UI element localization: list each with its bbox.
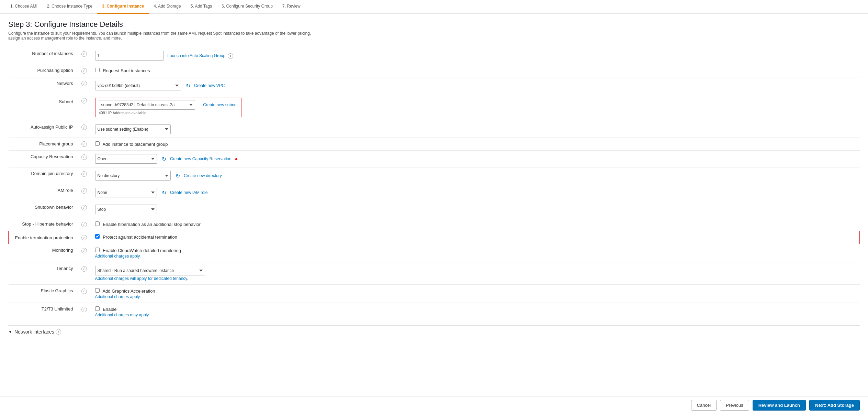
auto-assign-ip-label: Auto-assign Public IP [9,121,77,138]
capacity-reservation-label: Capacity Reservation [9,151,77,167]
number-of-instances-input[interactable] [95,51,164,61]
network-select[interactable]: vpc-d010d9bb (default) [95,81,181,90]
iam-role-select[interactable]: None [95,188,157,197]
domain-join-label: Domain join directory [9,167,77,184]
subnet-select[interactable]: subnet-b97283d2 | Default in us-east-2a [99,100,195,110]
network-interfaces-chevron: ▼ [8,329,12,334]
auto-assign-ip-select[interactable]: Use subnet setting (Enable) [95,124,171,134]
nav-step-add-storage[interactable]: 4. Add Storage [149,0,185,14]
page-description: Configure the instance to suit your requ… [8,31,317,41]
subnet-ip-note: 4091 IP Addresses available [99,111,238,115]
create-directory-link[interactable]: Create new directory [184,173,222,178]
subnet-info[interactable]: i [81,98,87,104]
create-iam-role-link[interactable]: Create new IAM role [170,190,207,195]
elastic-graphics-checkbox[interactable] [95,288,100,293]
auto-assign-ip-info[interactable]: i [81,124,87,130]
nav-step-choose-ami[interactable]: 1. Choose AMI [5,0,42,14]
launch-auto-scaling-link[interactable]: Launch into Auto Scaling Group [167,53,225,58]
create-capacity-reservation-link[interactable]: Create new Capacity Reservation [170,156,232,161]
elastic-graphics-info[interactable]: i [81,288,87,294]
network-interfaces-section[interactable]: ▼ Network interfaces i [8,325,860,338]
stop-hibernate-label: Stop - Hibernate behavior [9,218,77,231]
network-refresh-icon[interactable]: ↻ [184,82,191,89]
domain-join-row: Domain join directory i No directory ↻ C… [9,167,860,184]
network-interfaces-label: Network interfaces [14,329,54,335]
placement-group-checkbox-label[interactable]: Add instance to placement group [95,142,168,147]
create-subnet-link[interactable]: Create new subnet [203,102,238,107]
purchasing-option-checkbox-label[interactable]: Request Spot instances [95,68,150,73]
iam-role-value-cell: None ↻ Create new IAM role [91,184,860,201]
capacity-reservation-select[interactable]: Open [95,154,157,164]
t2t3-charges-link[interactable]: Additional charges may apply [95,313,856,317]
monitoring-charges-link[interactable]: Additional charges apply. [95,254,856,259]
shutdown-behavior-info[interactable]: i [81,205,87,210]
monitoring-info[interactable]: i [81,248,87,253]
termination-protection-label: Enable termination protection [9,231,77,244]
capacity-reservation-info[interactable]: i [81,154,87,160]
tenancy-info[interactable]: i [81,266,87,272]
create-vpc-link[interactable]: Create new VPC [194,83,225,88]
purchasing-option-info[interactable]: i [81,68,87,74]
launch-auto-scaling-info[interactable]: i [228,53,233,59]
monitoring-label: Monitoring [9,244,77,262]
monitoring-checkbox-label[interactable]: Enable CloudWatch detailed monitoring [95,248,181,253]
stop-hibernate-checkbox-label[interactable]: Enable hibernation as an additional stop… [95,222,201,227]
number-of-instances-row: Number of instances i Launch into Auto S… [9,47,860,64]
stop-hibernate-checkbox[interactable] [95,221,100,226]
placement-group-label: Placement group [9,138,77,151]
t2t3-checkbox-label[interactable]: Enable [95,307,117,312]
number-of-instances-info[interactable]: i [81,51,87,57]
iam-role-row: IAM role i None ↻ Create new IAM role [9,184,860,201]
t2t3-checkbox[interactable] [95,306,100,311]
tenancy-row: Tenancy i Shared - Run a shared hardware… [9,262,860,285]
tenancy-select[interactable]: Shared - Run a shared hardware instance [95,266,205,275]
elastic-graphics-value-cell: Add Graphics Acceleration Additional cha… [91,285,860,303]
stop-hibernate-info[interactable]: i [81,222,87,227]
nav-step-configure-instance[interactable]: 3. Configure Instance [97,0,149,14]
domain-join-select[interactable]: No directory [95,171,171,181]
elastic-graphics-row: Elastic Graphics i Add Graphics Accelera… [9,285,860,303]
capacity-reservation-refresh-icon[interactable]: ↻ [160,156,167,163]
tenancy-charges-link[interactable]: Additional charges will apply for dedica… [95,276,856,281]
top-navigation: 1. Choose AMI 2. Choose Instance Type 3.… [0,0,868,14]
subnet-label: Subnet [9,94,77,121]
domain-join-info[interactable]: i [81,171,87,177]
iam-role-info[interactable]: i [81,188,87,194]
number-of-instances-value-cell: Launch into Auto Scaling Group i [91,47,860,64]
purchasing-option-checkbox[interactable] [95,68,100,72]
monitoring-checkbox[interactable] [95,248,100,252]
shutdown-behavior-select[interactable]: Stop [95,205,157,214]
purchasing-option-value: Request Spot instances [91,64,860,77]
main-content: Step 3: Configure Instance Details Confi… [0,14,868,366]
t2t3-value-cell: Enable Additional charges may apply [91,303,860,321]
t2t3-row: T2/T3 Unlimited i Enable Additional char… [9,303,860,321]
domain-join-value-cell: No directory ↻ Create new directory [91,167,860,184]
nav-step-add-tags[interactable]: 5. Add Tags [186,0,217,14]
t2t3-info[interactable]: i [81,307,87,312]
placement-group-checkbox[interactable] [95,141,100,146]
subnet-outline-box: subnet-b97283d2 | Default in us-east-2a … [95,98,241,117]
nav-step-choose-instance-type[interactable]: 2. Choose Instance Type [42,0,98,14]
domain-join-refresh-icon[interactable]: ↻ [174,173,181,179]
termination-protection-value-cell: Protect against accidental termination [91,231,860,244]
network-interfaces-info[interactable]: i [56,329,61,335]
termination-protection-info[interactable]: i [81,235,87,240]
elastic-graphics-checkbox-label[interactable]: Add Graphics Acceleration [95,288,155,294]
shutdown-behavior-value-cell: Stop [91,201,860,218]
termination-protection-checkbox[interactable] [95,234,100,239]
monitoring-row: Monitoring i Enable CloudWatch detailed … [9,244,860,262]
stop-hibernate-row: Stop - Hibernate behavior i Enable hiber… [9,218,860,231]
network-info[interactable]: i [81,81,87,86]
placement-group-info[interactable]: i [81,141,87,147]
nav-step-review[interactable]: 7. Review [278,0,305,14]
tenancy-value-cell: Shared - Run a shared hardware instance … [91,262,860,285]
number-of-instances-label: Number of instances [9,47,77,64]
capacity-reservation-value-cell: Open ↻ Create new Capacity Reservation [91,151,860,167]
elastic-graphics-charges-link[interactable]: Additional charges apply. [95,294,856,299]
stop-hibernate-value-cell: Enable hibernation as an additional stop… [91,218,860,231]
network-label: Network [9,77,77,94]
iam-role-refresh-icon[interactable]: ↻ [160,189,167,196]
shutdown-behavior-row: Shutdown behavior i Stop [9,201,860,218]
nav-step-configure-security-group[interactable]: 6. Configure Security Group [217,0,278,14]
termination-protection-checkbox-label[interactable]: Protect against accidental termination [95,235,177,240]
